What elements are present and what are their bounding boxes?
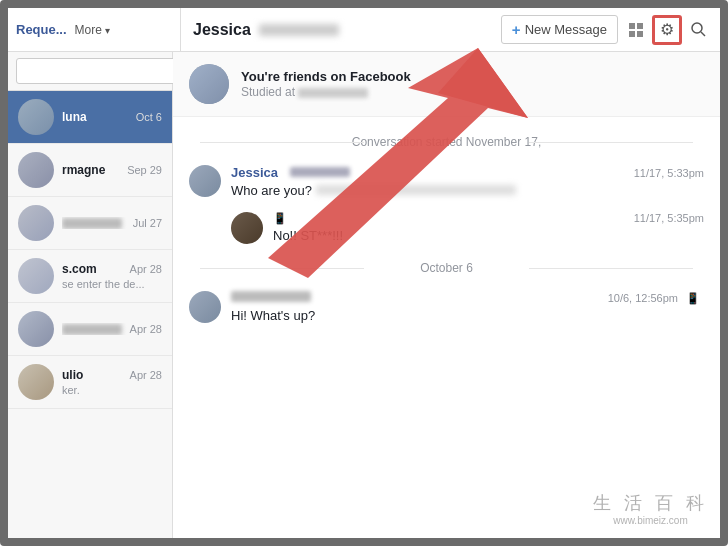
item-date-jul: Jul 27 bbox=[133, 217, 162, 229]
main-area: luna Oct 6 rmagne Sep 29 bbox=[8, 52, 720, 538]
msg-text-jessica-blurred bbox=[316, 185, 516, 195]
header-right: + New Message ⚙ bbox=[501, 15, 712, 45]
header-center: Jessica bbox=[181, 21, 501, 39]
item-name-scom: s.com bbox=[62, 262, 97, 276]
header-left: Reque... More ▾ bbox=[16, 8, 181, 51]
friend-bar: You're friends on Facebook Studied at bbox=[173, 52, 720, 117]
plus-icon: + bbox=[512, 21, 521, 38]
item-date-rmagne: Sep 29 bbox=[127, 164, 162, 176]
chat-name: Jessica bbox=[193, 21, 251, 39]
sidebar-item-jul[interactable]: Jul 27 bbox=[8, 197, 172, 250]
svg-rect-3 bbox=[637, 31, 643, 37]
msg-sender-jessica-blurred bbox=[290, 167, 350, 177]
content-pane: You're friends on Facebook Studied at Co… bbox=[173, 52, 720, 538]
sidebar-search-bar bbox=[8, 52, 172, 91]
chevron-down-icon: ▾ bbox=[105, 25, 110, 36]
item-date-luna: Oct 6 bbox=[136, 111, 162, 123]
msg-time-reply1: 11/17, 5:35pm bbox=[634, 212, 704, 224]
item-date-apr2: Apr 28 bbox=[130, 323, 162, 335]
msg-avatar-oct6 bbox=[189, 291, 221, 323]
msg-text-reply1: No!! ST***!!! bbox=[273, 227, 704, 245]
gear-icon: ⚙ bbox=[660, 20, 674, 39]
item-date-scom: Apr 28 bbox=[130, 263, 162, 275]
msg-sender-jessica: Jessica bbox=[231, 165, 278, 180]
sidebar-item-rmagne[interactable]: rmagne Sep 29 bbox=[8, 144, 172, 197]
svg-rect-0 bbox=[629, 23, 635, 29]
msg-time-oct6: 10/6, 12:56pm bbox=[608, 292, 678, 304]
sidebar-item-ulio[interactable]: ulio Apr 28 ker. bbox=[8, 356, 172, 409]
svg-point-4 bbox=[692, 23, 702, 33]
sidebar: luna Oct 6 rmagne Sep 29 bbox=[8, 52, 173, 538]
watermark-chinese: 生 活 百 科 bbox=[593, 491, 708, 515]
grid-view-button[interactable] bbox=[622, 16, 650, 44]
msg-text-jessica: Who are you? bbox=[231, 182, 704, 200]
header: Reque... More ▾ Jessica + New Message bbox=[8, 8, 720, 52]
item-preview-scom: se enter the de... bbox=[62, 278, 162, 290]
search-icon bbox=[691, 22, 706, 37]
friend-bar-sub-blurred bbox=[298, 88, 368, 98]
avatar-rmagne bbox=[18, 152, 54, 188]
messages-area: Conversation started November 17, Jessic… bbox=[173, 117, 720, 538]
sidebar-item-scom[interactable]: s.com Apr 28 se enter the de... bbox=[8, 250, 172, 303]
item-preview-ulio: ker. bbox=[62, 384, 162, 396]
reply-phone-icon: 📱 bbox=[273, 212, 287, 225]
message-row-oct6: 10/6, 12:56pm 📱 Hi! What's up? bbox=[173, 285, 720, 331]
avatar-ulio bbox=[18, 364, 54, 400]
avatar-apr2 bbox=[18, 311, 54, 347]
more-button[interactable]: More ▾ bbox=[75, 23, 111, 37]
item-name-rmagne: rmagne bbox=[62, 163, 105, 177]
svg-line-5 bbox=[701, 32, 705, 36]
watermark: 生 活 百 科 www.bimeiz.com bbox=[593, 491, 708, 526]
message-row-jessica: Jessica 11/17, 5:33pm Who are you? bbox=[173, 159, 720, 206]
sidebar-item-apr2[interactable]: Apr 28 bbox=[8, 303, 172, 356]
svg-rect-1 bbox=[637, 23, 643, 29]
sidebar-item-luna[interactable]: luna Oct 6 bbox=[8, 91, 172, 144]
friend-avatar-large bbox=[189, 64, 229, 104]
search-input[interactable] bbox=[16, 58, 180, 84]
friend-bar-main: You're friends on Facebook bbox=[241, 69, 411, 84]
message-row-reply1: 📱 11/17, 5:35pm No!! ST***!!! bbox=[173, 206, 720, 251]
avatar-scom bbox=[18, 258, 54, 294]
svg-rect-2 bbox=[629, 31, 635, 37]
grid-icon bbox=[629, 23, 643, 37]
msg-sender-oct6-blurred bbox=[231, 291, 311, 302]
item-name-apr2-blurred bbox=[62, 324, 122, 335]
avatar-jul bbox=[18, 205, 54, 241]
msg-text-oct6: Hi! What's up? bbox=[231, 307, 704, 325]
friend-bar-sub: Studied at bbox=[241, 85, 411, 99]
conversation-separator: Conversation started November 17, bbox=[173, 125, 720, 159]
msg-avatar-reply1 bbox=[231, 212, 263, 244]
search-button[interactable] bbox=[684, 16, 712, 44]
item-name-ulio: ulio bbox=[62, 368, 83, 382]
msg-phone-icon-oct6: 📱 bbox=[686, 292, 700, 305]
settings-gear-button[interactable]: ⚙ bbox=[652, 15, 682, 45]
new-message-button[interactable]: + New Message bbox=[501, 15, 618, 44]
item-name-jul-blurred bbox=[62, 218, 122, 229]
msg-avatar-jessica bbox=[189, 165, 221, 197]
oct6-separator: October 6 bbox=[173, 251, 720, 285]
item-name-luna: luna bbox=[62, 110, 87, 124]
chat-name-blurred bbox=[259, 24, 339, 36]
watermark-url: www.bimeiz.com bbox=[593, 515, 708, 526]
header-left-title: Reque... bbox=[16, 22, 67, 37]
avatar-luna bbox=[18, 99, 54, 135]
msg-time-jessica: 11/17, 5:33pm bbox=[634, 167, 704, 179]
item-date-ulio: Apr 28 bbox=[130, 369, 162, 381]
